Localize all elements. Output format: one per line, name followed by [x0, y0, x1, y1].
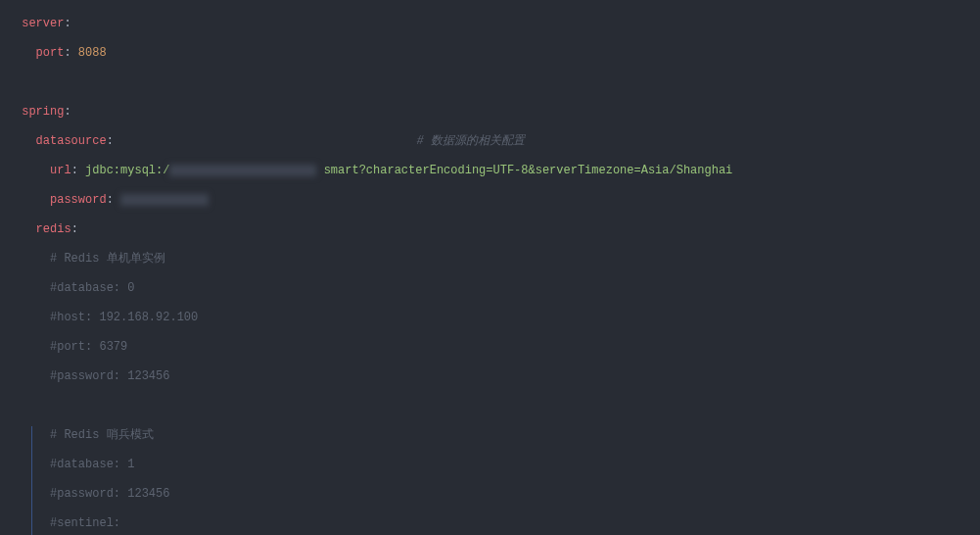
gutter — [0, 0, 15, 535]
comment-line: # Redis 哨兵模式 — [50, 428, 154, 442]
redacted-text: xxxxxxxxxxxxxx — [169, 165, 316, 176]
comment-line: #database: 1 — [50, 458, 134, 471]
code-editor[interactable]: server: port: 8088 spring: datasource: #… — [15, 0, 980, 535]
comment-line: #database: 0 — [50, 281, 134, 295]
colon: : — [71, 164, 85, 177]
comment-line: #sentinel: — [50, 516, 120, 530]
yaml-key: server — [22, 17, 64, 30]
redacted-text: xxxxxx — [120, 194, 209, 206]
comment-line: #host: 192.168.92.100 — [50, 311, 198, 324]
yaml-key: port — [36, 46, 65, 60]
yaml-string: jdbc:mysql:/ — [85, 164, 169, 177]
colon: : — [64, 105, 70, 119]
comment-line: # Redis 单机单实例 — [50, 252, 165, 266]
yaml-key: redis — [36, 222, 71, 236]
yaml-key: datasource — [36, 134, 107, 148]
yaml-string: smart?characterEncoding=UTF-8&serverTime… — [324, 164, 733, 177]
yaml-number: 8088 — [78, 46, 107, 60]
colon: : — [64, 17, 70, 30]
yaml-key: spring — [22, 105, 64, 119]
comment-line: #password: 123456 — [50, 369, 169, 383]
inline-comment: # 数据源的相关配置 — [416, 134, 524, 148]
colon: : — [64, 46, 77, 60]
yaml-key: password — [50, 193, 107, 207]
yaml-key: url — [50, 164, 71, 177]
colon: : — [107, 193, 120, 207]
colon: : — [107, 134, 114, 148]
indent-guide — [31, 426, 32, 535]
colon: : — [71, 222, 78, 236]
comment-line: #password: 123456 — [50, 487, 169, 501]
comment-line: #port: 6379 — [50, 340, 127, 354]
